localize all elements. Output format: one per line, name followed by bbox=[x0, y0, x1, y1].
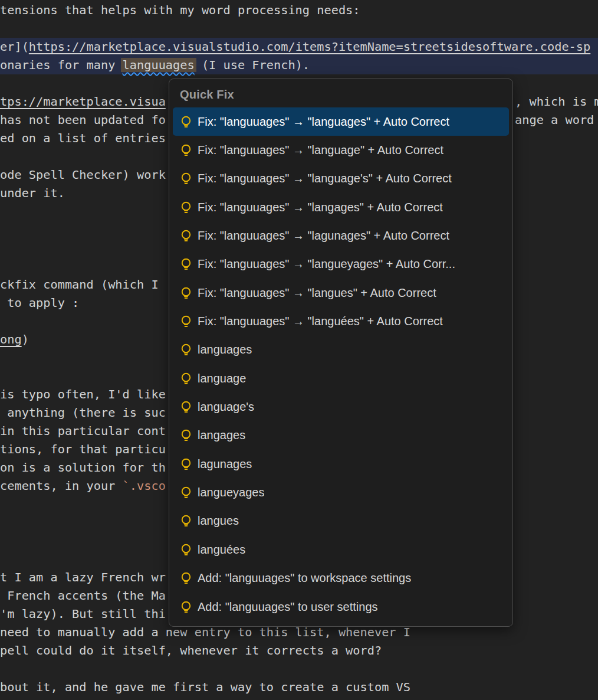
vscode-editor-screen: { "colors": { "editor_bg": "#222222", "e… bbox=[0, 0, 598, 700]
quick-fix-item-label: langages bbox=[198, 428, 245, 442]
lightbulb-icon bbox=[179, 400, 193, 414]
text-span: onaries for many bbox=[0, 58, 123, 72]
quick-fix-item-label: language's bbox=[198, 400, 254, 414]
misspelled-word: languuages bbox=[123, 58, 195, 72]
lightbulb-icon bbox=[179, 172, 193, 185]
lightbulb-icon bbox=[179, 428, 193, 442]
lightbulb-icon bbox=[179, 315, 193, 328]
editor-text-line[interactable]: tensions that helps with my word process… bbox=[0, 1, 360, 19]
quick-fix-item[interactable]: Fix: "languuages" → "lagunages" + Auto C… bbox=[173, 221, 509, 250]
editor-text-line[interactable]: pell could do it itself, whenever it cor… bbox=[0, 642, 382, 660]
text-span: anything (there is suc bbox=[0, 405, 166, 420]
quick-fix-item[interactable]: Fix: "languuages" → "languées" + Auto Co… bbox=[173, 307, 509, 335]
lightbulb-icon bbox=[179, 257, 193, 271]
editor-text-line[interactable]: on is a solution for th bbox=[0, 459, 166, 477]
text-span: bout it, and he gave me first a way to c… bbox=[0, 680, 410, 694]
quick-fix-item[interactable]: Fix: "languuages" → "langages" + Auto Co… bbox=[173, 193, 509, 221]
editor-text-line[interactable]: in this particular cont bbox=[0, 422, 166, 440]
text-span: , which is m bbox=[515, 94, 598, 109]
quick-fix-item-label: languages bbox=[198, 343, 252, 356]
quick-fix-title: Quick Fix bbox=[169, 79, 512, 107]
lightbulb-icon bbox=[179, 457, 193, 471]
lightbulb-icon bbox=[179, 343, 193, 356]
quick-fix-item[interactable]: langueyages bbox=[173, 478, 509, 506]
quick-fix-item[interactable]: languages bbox=[173, 336, 509, 364]
quick-fix-item-label: languées bbox=[198, 543, 245, 557]
text-span: ed on a list of entries bbox=[0, 131, 166, 145]
editor-text-line[interactable]: anything (there is suc bbox=[0, 404, 166, 422]
text-span: French accents (the Ma bbox=[0, 588, 166, 603]
text-span: ckfix command (which I bbox=[0, 277, 159, 292]
editor-text-line[interactable]: ed on a list of entries bbox=[0, 129, 166, 148]
quick-fix-list: Fix: "languuages" → "languages" + Auto C… bbox=[169, 107, 512, 621]
editor-text-line[interactable]: er](https://marketplace.visualstudio.com… bbox=[0, 38, 598, 56]
lightbulb-icon bbox=[179, 115, 193, 129]
lightbulb-icon bbox=[179, 543, 193, 557]
link-text[interactable]: https://marketplace.visualstudio.com/ite… bbox=[29, 40, 590, 54]
editor-text-line[interactable]: cements, in your `.vsco bbox=[0, 477, 166, 495]
text-span: er]( bbox=[0, 40, 29, 54]
quick-fix-item-label: Add: "languuages" to user settings bbox=[198, 600, 378, 614]
text-span: ode Spell Checker) work bbox=[0, 168, 166, 182]
lightbulb-icon bbox=[179, 286, 193, 300]
lightbulb-icon bbox=[179, 372, 193, 385]
quick-fix-item[interactable]: langages bbox=[173, 421, 509, 450]
text-span: need to manually add a new entry to this… bbox=[0, 625, 410, 639]
text-span: is typo often, I'd like bbox=[0, 387, 166, 401]
editor-text-line[interactable]: tps://marketplace.visua bbox=[0, 93, 166, 111]
editor-text-line[interactable]: ode Spell Checker) work bbox=[0, 166, 166, 184]
quick-fix-item[interactable]: Fix: "languuages" → "language" + Auto Co… bbox=[173, 136, 509, 164]
editor-text-line[interactable]: onaries for many languuages (I use Frenc… bbox=[0, 56, 598, 74]
quick-fix-item[interactable]: languées bbox=[173, 535, 509, 564]
lightbulb-icon bbox=[179, 143, 193, 157]
lightbulb-icon bbox=[179, 571, 193, 585]
quick-fix-item-label: lagunages bbox=[198, 457, 252, 471]
lightbulb-icon bbox=[179, 486, 193, 499]
editor-text-line[interactable]: under it. bbox=[0, 184, 65, 202]
quick-fix-item-label: Fix: "languuages" → "languages" + Auto C… bbox=[198, 115, 449, 129]
quick-fix-item[interactable]: language's bbox=[173, 392, 509, 421]
editor-text-line[interactable]: bout it, and he gave me first a way to c… bbox=[0, 678, 410, 696]
quick-fix-item[interactable]: language bbox=[173, 364, 509, 392]
quick-fix-item-label: Add: "languuages" to workspace settings bbox=[198, 571, 411, 585]
editor-text-line[interactable]: French accents (the Ma bbox=[0, 587, 166, 605]
editor-text-line[interactable]: has not been updated fo bbox=[0, 111, 166, 129]
editor-text-line[interactable]: 'm lazy). But still thi bbox=[0, 605, 166, 623]
link-text[interactable]: tps://marketplace.visua bbox=[0, 94, 166, 109]
quick-fix-item-label: langues bbox=[198, 514, 239, 528]
text-span: pell could do it itself, whenever it cor… bbox=[0, 643, 382, 658]
quick-fix-item[interactable]: Fix: "languuages" → "language's" + Auto … bbox=[173, 165, 509, 193]
quick-fix-item[interactable]: Add: "languuages" to user settings bbox=[173, 593, 509, 621]
quick-fix-item-label: Fix: "languuages" → "language's" + Auto … bbox=[198, 172, 452, 185]
editor-text-line[interactable]: ange a word bbox=[515, 111, 594, 129]
text-span: t I am a lazy French wr bbox=[0, 570, 166, 584]
quick-fix-item[interactable]: Add: "languuages" to workspace settings bbox=[173, 564, 509, 593]
text-span: under it. bbox=[0, 186, 65, 200]
text-span: cements, in your bbox=[0, 479, 123, 493]
quick-fix-item[interactable]: Fix: "languuages" → "langues" + Auto Cor… bbox=[173, 279, 509, 307]
quick-fix-item[interactable]: Fix: "languuages" → "languages" + Auto C… bbox=[173, 107, 509, 136]
text-span: ange a word bbox=[515, 113, 594, 127]
link-text[interactable]: ong bbox=[0, 332, 22, 346]
quick-fix-popup: Quick Fix Fix: "languuages" → "languages… bbox=[169, 78, 513, 627]
editor-text-line[interactable]: to apply : bbox=[0, 294, 79, 312]
quick-fix-item-label: Fix: "languuages" → "langues" + Auto Cor… bbox=[198, 286, 436, 300]
editor-text-line[interactable]: ckfix command (which I bbox=[0, 276, 159, 294]
quick-fix-item[interactable]: lagunages bbox=[173, 450, 509, 478]
lightbulb-icon bbox=[179, 514, 193, 528]
text-span: has not been updated fo bbox=[0, 113, 166, 127]
quick-fix-item-label: language bbox=[198, 372, 246, 385]
editor-text-line[interactable]: , which is m bbox=[515, 93, 598, 111]
quick-fix-item-label: Fix: "languuages" → "langages" + Auto Co… bbox=[198, 201, 443, 214]
quick-fix-item[interactable]: langues bbox=[173, 507, 509, 535]
editor-text-line[interactable]: is typo often, I'd like bbox=[0, 385, 166, 404]
text-span: (I use French). bbox=[195, 58, 310, 72]
text-span: tions, for that particu bbox=[0, 442, 166, 456]
editor-text-line[interactable]: tions, for that particu bbox=[0, 440, 166, 459]
text-span: in this particular cont bbox=[0, 424, 166, 438]
quick-fix-item-label: Fix: "languuages" → "language" + Auto Co… bbox=[198, 143, 443, 157]
quick-fix-item[interactable]: Fix: "languuages" → "langueyages" + Auto… bbox=[173, 250, 509, 279]
editor-text-line[interactable]: t I am a lazy French wr bbox=[0, 568, 166, 587]
text-span: tensions that helps with my word process… bbox=[0, 3, 360, 17]
editor-text-line[interactable]: ong) bbox=[0, 331, 29, 349]
